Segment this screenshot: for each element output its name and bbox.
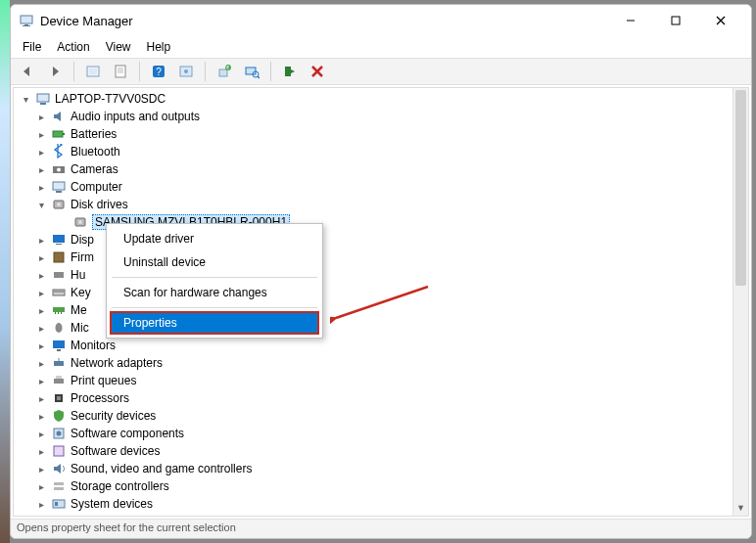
context-scan-for-hardware-changes[interactable]: Scan for hardware changes <box>110 281 319 304</box>
show-hidden-button[interactable] <box>82 61 104 82</box>
tree-category[interactable]: ▸Print queues <box>14 372 748 389</box>
tree-category[interactable]: ▸Computer <box>14 178 748 196</box>
toolbar-separator <box>205 62 206 81</box>
svg-rect-4 <box>672 17 680 24</box>
network-icon <box>51 355 67 371</box>
softcomp-icon <box>51 426 67 441</box>
minimize-button[interactable] <box>608 7 653 34</box>
tree-label: Audio inputs and outputs <box>71 110 200 123</box>
tree-label: Computer <box>71 180 122 194</box>
svg-rect-58 <box>54 446 64 456</box>
menu-divider <box>112 277 317 278</box>
toolbar-separator <box>139 62 140 81</box>
svg-rect-19 <box>246 68 256 74</box>
svg-rect-60 <box>54 487 64 490</box>
tree-category[interactable]: ▸Processors <box>14 389 748 407</box>
tree-label: Universal Serial Bus controllers <box>71 515 234 517</box>
hid-icon <box>51 267 67 283</box>
tree-category[interactable]: ▸Software devices <box>14 442 748 460</box>
toolbar: ? <box>11 58 751 85</box>
camera-icon <box>51 161 67 177</box>
mice-icon <box>51 320 67 336</box>
tree-label: Disp <box>71 233 94 247</box>
tree-category[interactable]: ▸System devices <box>14 495 748 513</box>
action-button[interactable] <box>175 61 197 82</box>
svg-rect-32 <box>56 191 62 193</box>
svg-rect-28 <box>63 133 65 135</box>
menu-help[interactable]: Help <box>139 38 179 56</box>
tree-label: Cameras <box>71 162 118 176</box>
close-button[interactable] <box>698 7 743 34</box>
context-menu: Update driverUninstall deviceScan for ha… <box>106 223 323 339</box>
printer-icon <box>51 373 67 388</box>
svg-rect-46 <box>61 312 62 314</box>
scroll-down-arrow[interactable]: ▼ <box>733 500 748 516</box>
svg-point-30 <box>57 168 61 172</box>
tree-label: Monitors <box>71 339 116 352</box>
svg-rect-38 <box>56 244 62 245</box>
svg-rect-0 <box>21 16 32 23</box>
tree-category[interactable]: ▾Disk drives <box>14 196 748 213</box>
toolbar-separator <box>270 62 271 81</box>
svg-rect-48 <box>53 340 65 348</box>
tree-category[interactable]: ▸Batteries <box>14 125 748 143</box>
firmware-icon <box>51 249 67 265</box>
tree-label: Security devices <box>71 409 156 423</box>
forward-button[interactable] <box>44 61 66 82</box>
bluetooth-icon <box>51 144 67 159</box>
tree-category[interactable]: ▸Software components <box>14 425 748 442</box>
scrollbar-thumb[interactable] <box>735 90 746 286</box>
tree-label: System devices <box>71 497 153 511</box>
svg-rect-53 <box>56 376 62 379</box>
svg-rect-49 <box>57 349 61 351</box>
svg-rect-55 <box>57 396 61 400</box>
menu-action[interactable]: Action <box>49 38 97 56</box>
window-title: Device Manager <box>40 14 133 28</box>
tree-label: Sound, video and game controllers <box>71 462 252 475</box>
back-button[interactable] <box>17 61 38 82</box>
maximize-button[interactable] <box>653 7 698 34</box>
svg-rect-40 <box>54 272 64 278</box>
svg-rect-25 <box>37 94 49 102</box>
tree-category[interactable]: ▸Sound, video and game controllers <box>14 460 748 477</box>
tree-category[interactable]: ▸Monitors <box>14 337 748 354</box>
tree-label: Disk drives <box>71 198 128 211</box>
svg-rect-52 <box>54 379 64 384</box>
vertical-scrollbar[interactable]: ▲ ▼ <box>732 88 748 516</box>
tree-category[interactable]: ▸Security devices <box>14 407 748 425</box>
enable-device-button[interactable] <box>279 61 301 82</box>
tree-label: Bluetooth <box>71 145 120 158</box>
tree-category[interactable]: ▸Network adapters <box>14 354 748 372</box>
menu-view[interactable]: View <box>98 38 139 56</box>
svg-rect-61 <box>53 500 65 508</box>
update-driver-button[interactable] <box>213 61 235 82</box>
tree-label: Batteries <box>71 127 117 141</box>
tree-category[interactable]: ▸Cameras <box>14 160 748 178</box>
menu-divider <box>112 307 317 308</box>
softdev-icon <box>51 443 67 459</box>
svg-rect-59 <box>54 482 64 485</box>
tree-category[interactable]: ▸Universal Serial Bus controllers <box>14 513 748 517</box>
properties-button[interactable] <box>110 61 131 82</box>
context-uninstall-device[interactable]: Uninstall device <box>110 250 319 274</box>
context-update-driver[interactable]: Update driver <box>110 227 319 250</box>
device-manager-window: Device Manager File Action View Help ? ▾… <box>10 4 752 539</box>
tree-label: Mic <box>71 321 89 335</box>
tree-category[interactable]: ▸Audio inputs and outputs <box>14 108 748 125</box>
help-button[interactable]: ? <box>148 61 169 82</box>
menu-file[interactable]: File <box>15 38 49 56</box>
computer-icon <box>35 91 51 107</box>
titlebar[interactable]: Device Manager <box>11 5 751 36</box>
memory-icon <box>51 302 67 318</box>
system-icon <box>51 496 67 512</box>
tree-category[interactable]: ▸Bluetooth <box>14 143 748 160</box>
svg-rect-26 <box>40 103 46 105</box>
disk-icon <box>51 197 67 212</box>
menubar: File Action View Help <box>11 36 751 58</box>
tree-category[interactable]: ▸Storage controllers <box>14 477 748 495</box>
scan-hardware-button[interactable] <box>241 61 262 82</box>
tree-label: Key <box>71 286 91 299</box>
uninstall-button[interactable] <box>307 61 328 82</box>
context-properties[interactable]: Properties <box>110 311 319 335</box>
tree-root[interactable]: ▾LAPTOP-T7VV0SDC <box>14 90 748 108</box>
